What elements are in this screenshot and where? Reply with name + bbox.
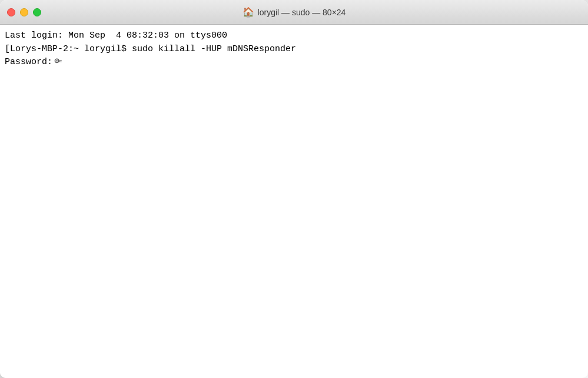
terminal-line-3: Password:: [5, 56, 576, 69]
key-icon: [54, 57, 63, 66]
minimize-button[interactable]: [20, 8, 28, 16]
terminal-window: 🏠 lorygil — sudo — 80×24 Last login: Mon…: [0, 0, 588, 378]
maximize-button[interactable]: [33, 8, 41, 16]
title-bar-content: 🏠 lorygil — sudo — 80×24: [242, 6, 346, 18]
terminal-line-2: [Lorys-MBP-2:~ lorygil$ sudo killall -HU…: [5, 43, 576, 56]
window-title: lorygil — sudo — 80×24: [258, 8, 346, 17]
close-button[interactable]: [7, 8, 15, 16]
svg-rect-2: [58, 61, 62, 61]
svg-rect-3: [61, 61, 61, 62]
terminal-body[interactable]: Last login: Mon Sep 4 08:32:03 on ttys00…: [0, 25, 588, 378]
password-label: Password:: [5, 56, 52, 69]
house-icon: 🏠: [242, 6, 254, 18]
terminal-line-1: Last login: Mon Sep 4 08:32:03 on ttys00…: [5, 29, 576, 43]
traffic-lights: [7, 8, 41, 16]
title-bar: 🏠 lorygil — sudo — 80×24: [0, 0, 588, 25]
svg-point-1: [56, 60, 57, 61]
svg-rect-4: [59, 61, 60, 62]
